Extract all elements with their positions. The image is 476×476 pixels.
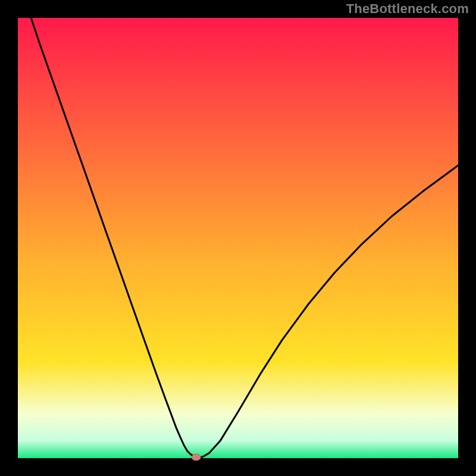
plot-background (18, 18, 458, 458)
chart-frame: { "watermark": "TheBottleneck.com", "col… (0, 0, 476, 476)
bottleneck-chart (0, 0, 476, 476)
optimum-marker (192, 454, 201, 461)
